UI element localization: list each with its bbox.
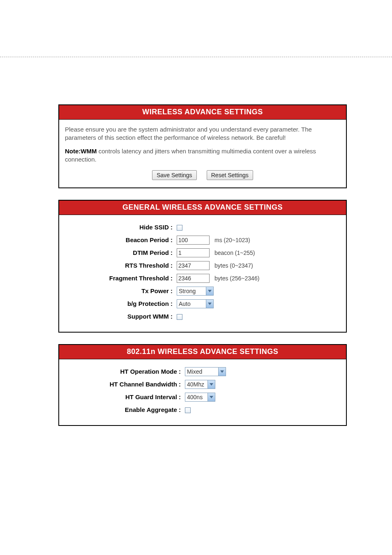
note-text: Note:WMM controls latency and jitters wh… (65, 147, 340, 164)
svg-marker-3 (210, 383, 213, 386)
row-support-wmm: Support WMM : (65, 310, 263, 323)
suffix-beacon-period: ms (20~1023) (211, 234, 263, 246)
panel-body: Please ensure you are the system adminis… (59, 120, 346, 187)
svg-marker-0 (208, 290, 212, 292)
label-hide-ssid: Hide SSID : (65, 221, 175, 234)
row-hide-ssid: Hide SSID : (65, 221, 263, 234)
page-root: WIRELESS ADVANCE SETTINGS Please ensure … (0, 0, 392, 555)
chevron-down-icon (208, 393, 215, 401)
select-ht-guard-interval[interactable]: 400ns (185, 393, 215, 402)
select-ht-op-mode[interactable]: Mixed (185, 367, 226, 376)
80211n-settings-table: HT Operation Mode : Mixed HT Channel Ban… (65, 365, 228, 416)
select-value: 400ns (185, 393, 208, 401)
chevron-down-icon (206, 287, 213, 295)
label-ht-channel-bw: HT Channel Bandwidth : (65, 378, 183, 391)
input-dtim-period[interactable] (177, 248, 210, 257)
input-rts-threshold[interactable] (177, 261, 210, 270)
label-beacon-period: Beacon Period : (65, 234, 175, 246)
row-enable-aggregate: Enable Aggregate : (65, 403, 228, 416)
panel-body: Hide SSID : Beacon Period : ms (20~1023)… (59, 215, 346, 332)
panel-general-wireless: GENERAL WIRELESS ADVANCE SETTINGS Hide S… (58, 200, 347, 333)
label-rts-threshold: RTS Threshold : (65, 259, 175, 272)
row-beacon-period: Beacon Period : ms (20~1023) (65, 234, 263, 246)
panel-wireless-advance: WIRELESS ADVANCE SETTINGS Please ensure … (58, 104, 347, 188)
content-area: WIRELESS ADVANCE SETTINGS Please ensure … (58, 104, 347, 437)
select-bg-protection[interactable]: Auto (177, 299, 214, 308)
save-settings-button[interactable]: Save Settings (152, 170, 196, 180)
row-ht-guard-interval: HT Guard Interval : 400ns (65, 391, 228, 403)
panel-title: GENERAL WIRELESS ADVANCE SETTINGS (59, 201, 346, 215)
row-bg-protection: b/g Protection : Auto (65, 297, 263, 310)
select-ht-channel-bw[interactable]: 40Mhz (185, 380, 215, 389)
input-beacon-period[interactable] (177, 236, 210, 245)
suffix-rts-threshold: bytes (0~2347) (211, 259, 263, 272)
checkbox-support-wmm[interactable] (177, 314, 182, 320)
suffix-dtim-period: beacon (1~255) (211, 246, 263, 259)
svg-marker-1 (208, 303, 212, 305)
panel-80211n-wireless: 802.11n WIRELESS ADVANCE SETTINGS HT Ope… (58, 344, 347, 426)
select-value: Auto (177, 300, 206, 308)
label-ht-guard-interval: HT Guard Interval : (65, 391, 183, 403)
row-ht-channel-bw: HT Channel Bandwidth : 40Mhz (65, 378, 228, 391)
row-ht-op-mode: HT Operation Mode : Mixed (65, 365, 228, 378)
note-label: Note:WMM (65, 148, 97, 155)
select-value: Mixed (185, 368, 218, 376)
select-tx-power[interactable]: Strong (177, 287, 214, 296)
checkbox-enable-aggregate[interactable] (185, 407, 191, 413)
label-fragment-threshold: Fragment Threshold : (65, 272, 175, 284)
select-value: 40Mhz (185, 380, 208, 388)
chevron-down-icon (208, 380, 215, 388)
select-value: Strong (177, 287, 206, 295)
general-settings-table: Hide SSID : Beacon Period : ms (20~1023)… (65, 221, 263, 323)
panel-body: HT Operation Mode : Mixed HT Channel Ban… (59, 359, 346, 425)
svg-marker-2 (220, 370, 224, 373)
intro-text: Please ensure you are the system adminis… (65, 125, 340, 142)
row-dtim-period: DTIM Period : beacon (1~255) (65, 246, 263, 259)
label-ht-op-mode: HT Operation Mode : (65, 365, 183, 378)
label-bg-protection: b/g Protection : (65, 297, 175, 310)
note-body: controls latency and jitters when transm… (65, 148, 316, 163)
label-tx-power: Tx Power : (65, 284, 175, 297)
svg-marker-4 (210, 396, 213, 398)
input-fragment-threshold[interactable] (177, 274, 210, 283)
reset-settings-button[interactable]: Reset Settings (207, 170, 253, 180)
row-rts-threshold: RTS Threshold : bytes (0~2347) (65, 259, 263, 272)
chevron-down-icon (218, 368, 226, 376)
panel-title: 802.11n WIRELESS ADVANCE SETTINGS (59, 345, 346, 359)
label-enable-aggregate: Enable Aggregate : (65, 403, 183, 416)
button-row: Save Settings Reset Settings (65, 170, 340, 180)
row-fragment-threshold: Fragment Threshold : bytes (256~2346) (65, 272, 263, 284)
label-support-wmm: Support WMM : (65, 310, 175, 323)
label-dtim-period: DTIM Period : (65, 246, 175, 259)
panel-title: WIRELESS ADVANCE SETTINGS (59, 105, 346, 120)
suffix-fragment-threshold: bytes (256~2346) (211, 272, 263, 284)
checkbox-hide-ssid[interactable] (177, 225, 182, 231)
row-tx-power: Tx Power : Strong (65, 284, 263, 297)
chevron-down-icon (206, 300, 213, 308)
divider-line (0, 57, 392, 57)
